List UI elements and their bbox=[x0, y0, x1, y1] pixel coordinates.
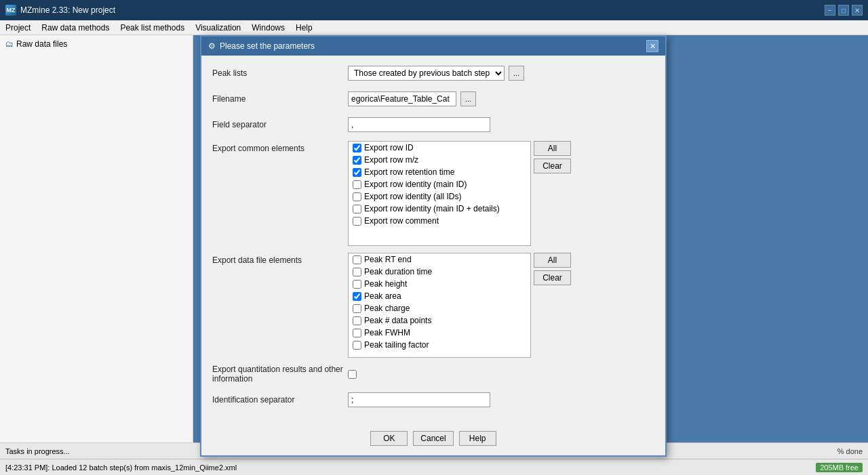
peak-lists-select[interactable]: Those created by previous batch step bbox=[348, 66, 505, 81]
check-export-row-identity-main[interactable]: Export row identity (main ID) bbox=[349, 178, 530, 190]
title-bar: MZ MZmine 2.33: New project − □ ✕ bbox=[0, 0, 868, 20]
export-quant-checkbox[interactable] bbox=[348, 370, 357, 379]
peak-lists-row: Peak lists Those created by previous bat… bbox=[212, 64, 654, 83]
datafile-checklist-buttons: All Clear bbox=[534, 253, 571, 285]
export-datafile-control: Peak RT end Peak duration time Peak heig… bbox=[348, 253, 654, 358]
close-button[interactable]: ✕ bbox=[852, 5, 863, 16]
ok-button[interactable]: OK bbox=[370, 431, 408, 446]
dialog-title-bar: ⚙ Please set the parameters ✕ bbox=[201, 37, 665, 56]
raw-files-icon: 🗂 bbox=[5, 39, 14, 49]
app-icon: MZ bbox=[5, 5, 16, 16]
check-export-row-identity-all[interactable]: Export row identity (all IDs) bbox=[349, 190, 530, 203]
peak-lists-label: Peak lists bbox=[212, 68, 348, 78]
minimize-button[interactable]: − bbox=[825, 5, 835, 16]
log-message: [4:23:31 PM]: Loaded 12 batch step(s) fr… bbox=[5, 463, 237, 472]
identification-sep-row: Identification separator bbox=[212, 390, 654, 409]
common-clear-button[interactable]: Clear bbox=[534, 159, 571, 173]
window-title: MZmine 2.33: New project bbox=[20, 5, 115, 15]
common-checklist-container: Export row ID Export row m/z Export row … bbox=[348, 141, 571, 246]
maximize-button[interactable]: □ bbox=[838, 5, 849, 16]
export-quant-label: Export quantitation results and other in… bbox=[212, 365, 348, 384]
filename-input[interactable] bbox=[348, 91, 456, 106]
check-peak-charge[interactable]: Peak charge bbox=[349, 302, 530, 314]
export-quant-control bbox=[348, 370, 654, 379]
window-controls: − □ ✕ bbox=[825, 5, 863, 16]
menu-bar: Project Raw data methods Peak list metho… bbox=[0, 20, 868, 35]
identification-sep-input[interactable] bbox=[348, 392, 490, 407]
check-export-row-mz[interactable]: Export row m/z bbox=[349, 154, 530, 166]
check-peak-duration[interactable]: Peak duration time bbox=[349, 266, 530, 278]
memory-badge: 205MB free bbox=[816, 463, 863, 472]
dialog-footer: OK Cancel Help bbox=[201, 424, 665, 455]
common-checklist[interactable]: Export row ID Export row m/z Export row … bbox=[348, 141, 531, 246]
common-all-button[interactable]: All bbox=[534, 141, 571, 156]
peak-lists-control: Those created by previous batch step ... bbox=[348, 66, 654, 81]
help-button[interactable]: Help bbox=[459, 431, 496, 446]
sidebar: 🗂 Raw data files bbox=[0, 35, 193, 442]
datafile-checklist-container: Peak RT end Peak duration time Peak heig… bbox=[348, 253, 571, 358]
menu-windows[interactable]: Windows bbox=[246, 22, 290, 34]
export-common-row: Export common elements Export row ID Exp… bbox=[212, 141, 654, 246]
check-export-row-identity-details[interactable]: Export row identity (main ID + details) bbox=[349, 203, 530, 215]
menu-raw-data[interactable]: Raw data methods bbox=[36, 22, 115, 34]
filename-label: Filename bbox=[212, 94, 348, 104]
export-datafile-label: Export data file elements bbox=[212, 253, 348, 265]
check-export-row-comment[interactable]: Export row comment bbox=[349, 215, 530, 227]
identification-sep-label: Identification separator bbox=[212, 395, 348, 405]
field-separator-label: Field separator bbox=[212, 120, 348, 129]
export-datafile-row: Export data file elements Peak RT end Pe… bbox=[212, 253, 654, 358]
sidebar-raw-files-label: Raw data files bbox=[16, 39, 67, 49]
check-export-row-id[interactable]: Export row ID bbox=[349, 142, 530, 154]
cancel-button[interactable]: Cancel bbox=[413, 431, 453, 446]
dialog-close-button[interactable]: ✕ bbox=[646, 40, 658, 52]
status-bar: [4:23:31 PM]: Loaded 12 batch step(s) fr… bbox=[0, 459, 868, 475]
check-peak-fwhm[interactable]: Peak FWHM bbox=[349, 327, 530, 339]
check-peak-tailing[interactable]: Peak tailing factor bbox=[349, 339, 530, 351]
filename-browse-button[interactable]: ... bbox=[460, 91, 476, 106]
field-separator-row: Field separator bbox=[212, 115, 654, 134]
dialog-body: Peak lists Those created by previous bat… bbox=[201, 56, 665, 424]
export-quant-row: Export quantitation results and other in… bbox=[212, 365, 654, 384]
field-separator-input[interactable] bbox=[348, 117, 490, 132]
check-peak-area[interactable]: Peak area bbox=[349, 290, 530, 302]
menu-peak-list[interactable]: Peak list methods bbox=[115, 22, 190, 34]
field-separator-control bbox=[348, 117, 654, 132]
check-peak-height[interactable]: Peak height bbox=[349, 278, 530, 290]
check-peak-rt-end[interactable]: Peak RT end bbox=[349, 253, 530, 266]
check-peak-data-points[interactable]: Peak # data points bbox=[349, 314, 530, 327]
export-common-control: Export row ID Export row m/z Export row … bbox=[348, 141, 654, 246]
menu-help[interactable]: Help bbox=[290, 22, 318, 34]
common-checklist-buttons: All Clear bbox=[534, 141, 571, 173]
dialog-title: Please set the parameters bbox=[220, 41, 315, 51]
datafile-all-button[interactable]: All bbox=[534, 253, 571, 268]
filename-control: ... bbox=[348, 91, 654, 106]
datafile-checklist[interactable]: Peak RT end Peak duration time Peak heig… bbox=[348, 253, 531, 358]
datafile-clear-button[interactable]: Clear bbox=[534, 270, 571, 285]
parameters-dialog: ⚙ Please set the parameters ✕ Peak lists… bbox=[200, 35, 667, 457]
export-common-label: Export common elements bbox=[212, 141, 348, 153]
percent-done-label: % done bbox=[837, 447, 863, 455]
sidebar-item-raw-files[interactable]: 🗂 Raw data files bbox=[3, 38, 190, 50]
peak-lists-dropdown[interactable]: Those created by previous batch step bbox=[348, 66, 505, 81]
filename-row: Filename ... bbox=[212, 89, 654, 108]
identification-sep-control bbox=[348, 392, 654, 407]
dialog-title-icon: ⚙ bbox=[208, 41, 216, 51]
menu-project[interactable]: Project bbox=[0, 22, 36, 34]
check-export-row-rt[interactable]: Export row retention time bbox=[349, 166, 530, 178]
menu-visualization[interactable]: Visualization bbox=[190, 22, 246, 34]
peak-lists-browse-button[interactable]: ... bbox=[509, 66, 524, 81]
